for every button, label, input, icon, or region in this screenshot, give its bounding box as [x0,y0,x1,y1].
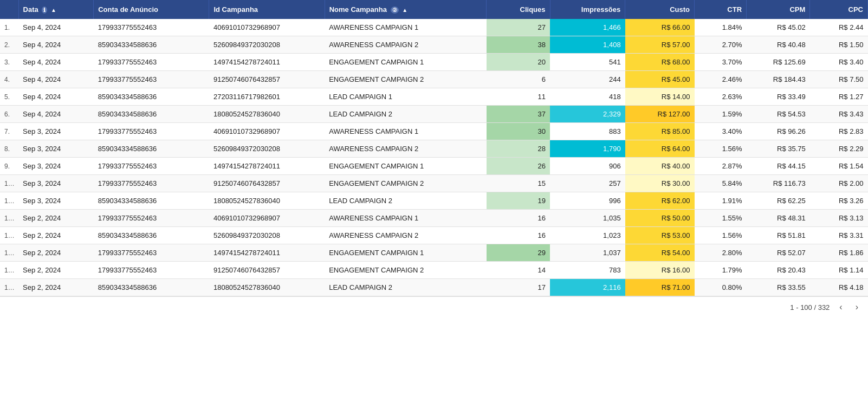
cell-num: 4. [0,71,18,88]
cell-cliques: 29 [487,244,550,262]
col-header-conta[interactable]: Conta de Anúncio [94,0,209,19]
col-header-data[interactable]: Data ℹ ▲ [18,0,94,19]
cell-cpm: R$ 51.81 [747,227,810,244]
cell-data: Sep 4, 2024 [18,36,94,54]
cell-data: Sep 4, 2024 [18,19,94,36]
cell-ctr: 1.84% [695,19,747,36]
pagination-prev-button[interactable]: ‹ [836,301,845,313]
data-table-wrapper: Data ℹ ▲ Conta de Anúncio Id Campanha No… [0,0,868,317]
cell-cpm: R$ 48.31 [747,210,810,227]
cell-nome: ENGAGEMENT CAMPAIGN 1 [325,54,487,71]
cell-conta: 179933775552463 [94,123,209,140]
cell-cpc: R$ 1.14 [810,262,868,279]
cell-cpc: R$ 4.18 [810,279,868,296]
table-row: 4. Sep 4, 2024 179933775552463 912507460… [0,71,868,88]
cell-impressoes: 1,037 [550,244,625,262]
cell-conta: 859034334588636 [94,106,209,123]
cell-cpm: R$ 116.73 [747,175,810,192]
col-header-custo-label: Custo [670,5,690,14]
info-icon-2: ② [391,7,399,14]
cell-conta: 859034334588636 [94,279,209,296]
cell-cpm: R$ 35.75 [747,140,810,158]
cell-impressoes: 783 [550,262,625,279]
col-header-ctr-label: CTR [727,5,742,14]
cell-impressoes: 541 [550,54,625,71]
cell-data: Sep 4, 2024 [18,71,94,88]
cell-cpm: R$ 52.07 [747,244,810,262]
cell-num: 9. [0,158,18,175]
cell-nome: AWARENESS CAMPAIGN 1 [325,123,487,140]
table-row: 1… Sep 3, 2024 859034334588636 180805245… [0,192,868,210]
cell-num: 1… [0,210,18,227]
cell-data: Sep 4, 2024 [18,106,94,123]
cell-data: Sep 2, 2024 [18,244,94,262]
cell-cliques: 16 [487,210,550,227]
cell-cliques: 11 [487,88,550,106]
cell-num: 1… [0,262,18,279]
cell-cliques: 14 [487,262,550,279]
campaign-table: Data ℹ ▲ Conta de Anúncio Id Campanha No… [0,0,868,296]
col-header-impressoes[interactable]: Impressões [550,0,625,19]
cell-num: 1… [0,175,18,192]
cell-nome: AWARENESS CAMPAIGN 2 [325,227,487,244]
col-header-cpc[interactable]: CPC [810,0,868,19]
cell-cpm: R$ 96.26 [747,123,810,140]
cell-impressoes: 418 [550,88,625,106]
cell-data: Sep 3, 2024 [18,175,94,192]
cell-nome: LEAD CAMPAIGN 2 [325,192,487,210]
cell-id: 40691010732968907 [209,123,325,140]
cell-cpc: R$ 3.40 [810,54,868,71]
cell-custo: R$ 16.00 [625,262,695,279]
cell-cliques: 37 [487,106,550,123]
cell-cliques: 16 [487,227,550,244]
cell-conta: 859034334588636 [94,140,209,158]
cell-num: 7. [0,123,18,140]
cell-custo: R$ 62.00 [625,192,695,210]
cell-impressoes: 257 [550,175,625,192]
cell-impressoes: 1,790 [550,140,625,158]
cell-cpm: R$ 45.02 [747,19,810,36]
cell-custo: R$ 40.00 [625,158,695,175]
cell-impressoes: 1,035 [550,210,625,227]
cell-ctr: 3.40% [695,123,747,140]
col-header-ctr[interactable]: CTR [695,0,747,19]
col-header-cliques[interactable]: Cliques [487,0,550,19]
cell-nome: ENGAGEMENT CAMPAIGN 2 [325,175,487,192]
cell-id: 27203116717982601 [209,88,325,106]
pagination-next-button[interactable]: › [852,301,861,313]
sort-asc-icon-2: ▲ [402,7,407,13]
cell-id: 18080524527836040 [209,192,325,210]
table-row: 1… Sep 3, 2024 179933775552463 912507460… [0,175,868,192]
col-header-custo[interactable]: Custo [625,0,695,19]
table-row: 1… Sep 2, 2024 179933775552463 912507460… [0,262,868,279]
cell-conta: 179933775552463 [94,54,209,71]
cell-cliques: 6 [487,71,550,88]
info-icon: ℹ [42,7,47,14]
cell-nome: AWARENESS CAMPAIGN 2 [325,140,487,158]
cell-custo: R$ 68.00 [625,54,695,71]
cell-cpc: R$ 3.26 [810,192,868,210]
cell-ctr: 2.87% [695,158,747,175]
col-header-nome[interactable]: Nome Campanha ② ▲ [325,0,487,19]
table-row: 5. Sep 4, 2024 859034334588636 272031167… [0,88,868,106]
cell-custo: R$ 66.00 [625,19,695,36]
cell-ctr: 1.55% [695,210,747,227]
cell-impressoes: 1,023 [550,227,625,244]
cell-conta: 179933775552463 [94,210,209,227]
cell-id: 52609849372030208 [209,36,325,54]
cell-num: 1… [0,192,18,210]
col-header-id[interactable]: Id Campanha [209,0,325,19]
cell-id: 52609849372030208 [209,227,325,244]
cell-conta: 859034334588636 [94,227,209,244]
cell-data: Sep 2, 2024 [18,210,94,227]
col-header-cpm[interactable]: CPM [747,0,810,19]
cell-ctr: 2.80% [695,244,747,262]
cell-custo: R$ 14.00 [625,88,695,106]
cell-num: 1… [0,279,18,296]
cell-cpm: R$ 20.43 [747,262,810,279]
cell-custo: R$ 30.00 [625,175,695,192]
table-row: 1. Sep 4, 2024 179933775552463 406910107… [0,19,868,36]
cell-impressoes: 2,329 [550,106,625,123]
cell-ctr: 1.79% [695,262,747,279]
col-header-conta-label: Conta de Anúncio [98,5,158,14]
